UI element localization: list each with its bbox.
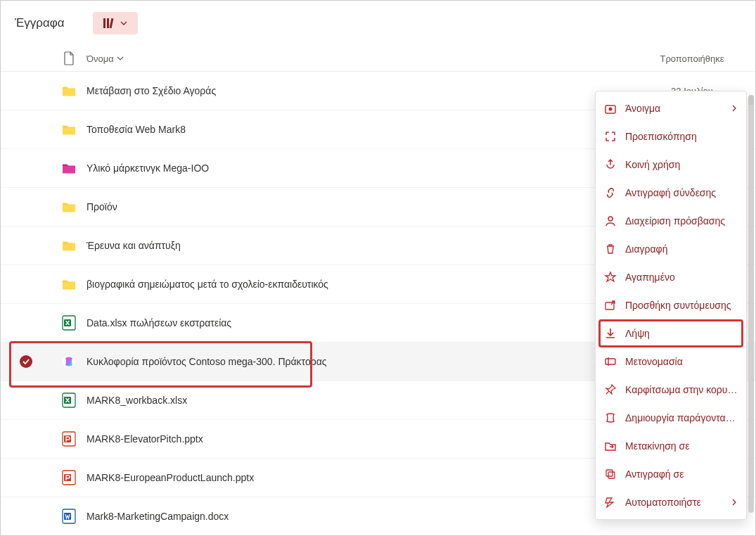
folder-icon	[61, 123, 77, 136]
svg-rect-1	[107, 18, 109, 28]
menu-item-pin[interactable]: Καρφίτσωμα στην κορυφή	[596, 376, 746, 404]
menu-item-label: Μετακίνηση σε	[625, 440, 738, 452]
menu-item-rename[interactable]: Μετονομασία	[596, 347, 746, 376]
file-name[interactable]: Κυκλοφορία προϊόντος Contoso mega-300. Π…	[87, 356, 601, 367]
svg-rect-10	[606, 359, 615, 364]
file-name[interactable]: Mark8-MarketingCampaign.docx	[87, 511, 601, 522]
file-name[interactable]: Υλικό μάρκετινγκ Mega-IOO	[87, 162, 601, 174]
menu-item-label: Αγαπημένο	[625, 272, 738, 283]
file-name[interactable]: MARK8-ElevatorPitch.pptx	[87, 433, 601, 445]
menu-item-shortcut[interactable]: Προσθήκη συντόμευσης	[596, 291, 746, 319]
modified-column-header[interactable]: Τροποποιήθηκε	[629, 53, 755, 64]
scrollbar-thumb[interactable]	[748, 105, 754, 513]
favorite-icon	[604, 271, 617, 283]
menu-item-favorite[interactable]: Αγαπημένο	[596, 263, 746, 291]
file-type-column-icon[interactable]	[51, 51, 87, 65]
menu-item-label: Αντιγραφή σε	[625, 468, 738, 480]
folder-icon	[61, 239, 77, 252]
copilot-icon	[62, 354, 76, 369]
menu-item-automate[interactable]: Αυτοματοποιήστε	[596, 488, 746, 516]
copyto-icon	[604, 468, 617, 480]
automate-icon	[604, 496, 617, 509]
chevron-right-icon	[731, 105, 738, 112]
preview-icon	[604, 130, 617, 143]
menu-item-delete[interactable]: Διαγραφή	[596, 235, 746, 263]
modified-column-label: Τροποποιήθηκε	[660, 53, 724, 64]
menu-item-preview[interactable]: Προεπισκόπηση	[596, 122, 746, 151]
menu-item-copilot-m[interactable]: Δημιουργία παράγοντα Copilot	[596, 404, 746, 432]
menu-item-moveto[interactable]: Μετακίνηση σε	[596, 432, 746, 460]
powerpoint-icon	[62, 470, 76, 485]
moveto-icon	[604, 440, 617, 452]
svg-rect-0	[103, 18, 105, 28]
column-header-row: Όνομα Τροποποιήθηκε	[1, 49, 755, 72]
link-icon	[604, 186, 617, 199]
menu-item-link[interactable]: Αντιγραφή σύνδεσης	[596, 179, 746, 207]
menu-item-label: Καρφίτσωμα στην κορυφή	[625, 384, 738, 395]
copilot-m-icon	[604, 411, 617, 424]
powerpoint-icon	[62, 431, 76, 447]
menu-item-label: Δημιουργία παράγοντα Copilot	[625, 412, 738, 423]
folder-icon	[61, 84, 77, 97]
name-column-header[interactable]: Όνομα	[87, 53, 629, 64]
menu-item-label: Διαγραφή	[625, 243, 738, 255]
folder-icon	[61, 162, 77, 174]
delete-icon	[604, 243, 617, 255]
menu-item-label: Κοινή χρήση	[625, 159, 738, 170]
menu-item-access[interactable]: Διαχείριση πρόσβασης	[596, 207, 746, 235]
svg-point-8	[608, 217, 613, 221]
context-menu: ΆνοιγμαΠροεπισκόπησηΚοινή χρήσηΑντιγραφή…	[595, 91, 747, 520]
menu-item-label: Αυτοματοποιήστε	[625, 497, 722, 508]
chevron-right-icon	[731, 499, 738, 506]
open-icon	[604, 102, 617, 115]
scrollbar-up-arrow[interactable]	[748, 95, 754, 105]
menu-item-label: Προσθήκη συντόμευσης	[625, 300, 738, 311]
selected-check-icon[interactable]	[20, 355, 32, 368]
menu-item-label: Αντιγραφή σύνδεσης	[625, 187, 738, 198]
svg-point-7	[609, 108, 613, 111]
svg-rect-2	[109, 18, 113, 28]
excel-icon	[62, 393, 76, 408]
folder-icon	[61, 278, 77, 291]
share-icon	[604, 158, 617, 171]
file-name[interactable]: βιογραφικά σημειώματος μετά το σχολείο-ε…	[87, 279, 601, 290]
access-icon	[604, 215, 617, 227]
file-name[interactable]: MARK8_workback.xlsx	[87, 395, 601, 406]
word-icon	[62, 509, 76, 524]
file-name[interactable]: Μετάβαση στο Σχέδιο Αγοράς	[87, 85, 601, 96]
menu-item-download[interactable]: Λήψη	[596, 319, 746, 347]
shortcut-icon	[604, 299, 617, 312]
view-switcher[interactable]	[93, 12, 138, 34]
folder-icon	[61, 200, 77, 213]
rename-icon	[604, 355, 617, 368]
library-icon	[103, 18, 116, 29]
menu-item-label: Άνοιγμα	[625, 103, 722, 114]
menu-item-label: Μετονομασία	[625, 356, 738, 367]
svg-rect-12	[608, 472, 615, 478]
svg-rect-11	[606, 470, 613, 476]
chevron-down-icon	[120, 21, 127, 25]
menu-item-share[interactable]: Κοινή χρήση	[596, 151, 746, 179]
menu-item-open[interactable]: Άνοιγμα	[596, 94, 746, 122]
pin-icon	[604, 383, 617, 396]
download-icon	[604, 327, 617, 340]
excel-icon	[62, 315, 76, 331]
file-name[interactable]: Data.xlsx πωλήσεων εκστρατείας	[87, 317, 601, 328]
file-name[interactable]: Τοποθεσία Web Mark8	[87, 124, 601, 135]
menu-item-copyto[interactable]: Αντιγραφή σε	[596, 460, 746, 488]
page-title: Έγγραφα	[15, 16, 65, 30]
file-name[interactable]: Έρευνα και ανάπτυξη	[87, 240, 601, 251]
file-name[interactable]: MARK8-EuropeanProductLaunch.pptx	[87, 472, 601, 483]
chevron-down-icon	[117, 55, 124, 62]
file-name[interactable]: Προϊόν	[87, 201, 601, 212]
menu-item-label: Διαχείριση πρόσβασης	[625, 215, 738, 226]
menu-item-label: Λήψη	[625, 328, 738, 339]
name-column-label: Όνομα	[87, 53, 114, 64]
menu-item-label: Προεπισκόπηση	[625, 131, 738, 142]
